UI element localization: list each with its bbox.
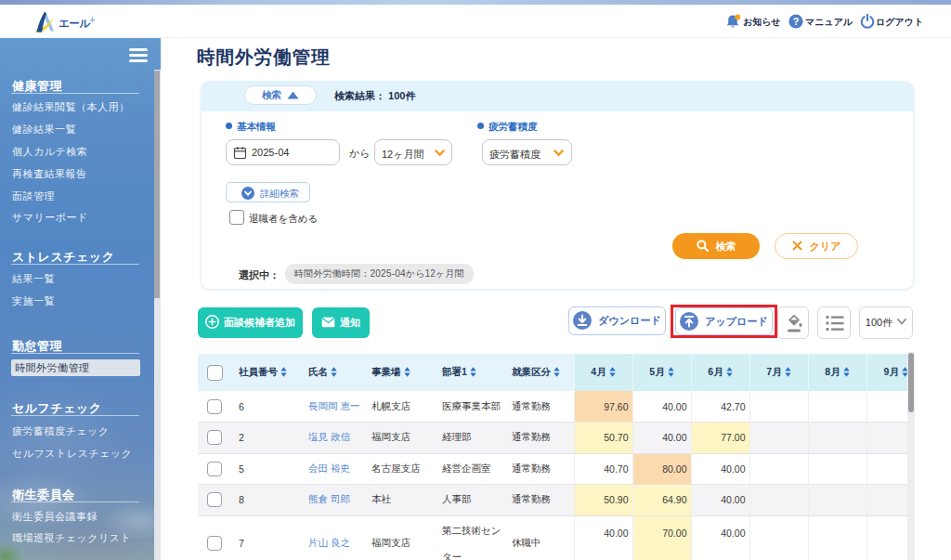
svg-text:?: ? — [793, 16, 800, 27]
